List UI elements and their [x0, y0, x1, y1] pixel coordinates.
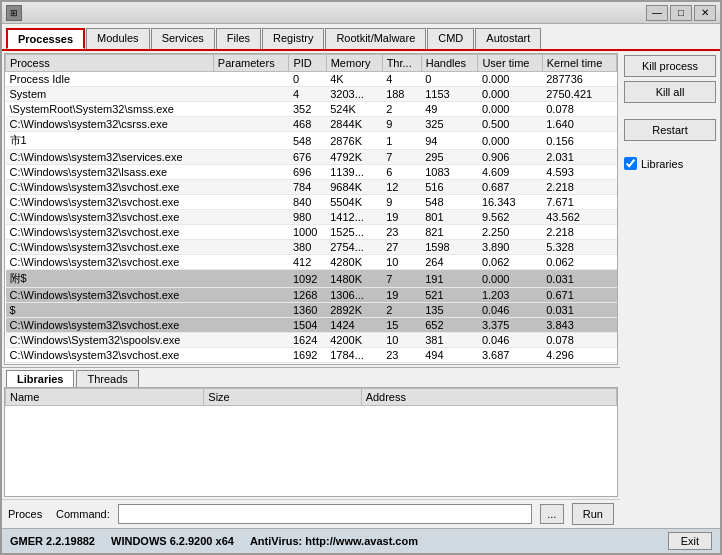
sub-tab-threads[interactable]: Threads: [76, 370, 138, 387]
left-panel: Process Parameters PID Memory Thr... Han…: [2, 51, 620, 528]
table-row[interactable]: C:\Windows\system32\csrss.exe4682844K932…: [6, 117, 617, 132]
table-row[interactable]: C:\Windows\system32\services.exe6764792K…: [6, 150, 617, 165]
close-button[interactable]: ✕: [694, 5, 716, 21]
col-pid[interactable]: PID: [289, 55, 326, 72]
restart-button[interactable]: Restart: [624, 119, 716, 141]
content-area: Process Parameters PID Memory Thr... Han…: [2, 51, 720, 528]
libraries-label: Libraries: [641, 158, 683, 170]
table-row[interactable]: \SystemRoot\System32\smss.exe352524K2490…: [6, 102, 617, 117]
app-icon: ⊞: [6, 5, 22, 21]
tab-autostart[interactable]: Autostart: [475, 28, 541, 49]
bottom-section: Libraries Threads Name Size Address: [2, 367, 620, 499]
col-kernel-time[interactable]: Kernel time: [542, 55, 616, 72]
col-handles[interactable]: Handles: [421, 55, 478, 72]
table-row[interactable]: C:\Windows\system32\svchost.exe3802754..…: [6, 240, 617, 255]
table-row[interactable]: 市15482876K1940.0000.156: [6, 132, 617, 150]
tab-files[interactable]: Files: [216, 28, 261, 49]
tab-processes[interactable]: Processes: [6, 28, 85, 49]
title-bar: ⊞ — □ ✕: [2, 2, 720, 24]
tab-rootkit[interactable]: Rootkit/Malware: [325, 28, 426, 49]
sub-tab-libraries[interactable]: Libraries: [6, 370, 74, 387]
col-parameters[interactable]: Parameters: [213, 55, 289, 72]
process-table: Process Parameters PID Memory Thr... Han…: [5, 54, 617, 364]
antivirus-label: AntiVirus: http://www.avast.com: [250, 535, 418, 547]
table-row[interactable]: C:\Windows\system32\lsass.exe6961139...6…: [6, 165, 617, 180]
table-row[interactable]: C:\Windows\system32\svchost.exe10001525.…: [6, 225, 617, 240]
table-row[interactable]: 附$10921480K71910.0000.031: [6, 270, 617, 288]
footer-left: GMER 2.2.19882 WINDOWS 6.2.9200 x64 Anti…: [10, 535, 418, 547]
col-memory[interactable]: Memory: [326, 55, 382, 72]
sub-col-size[interactable]: Size: [204, 389, 361, 406]
footer-bar: GMER 2.2.19882 WINDOWS 6.2.9200 x64 Anti…: [2, 528, 720, 553]
kill-process-button[interactable]: Kill process: [624, 55, 716, 77]
title-bar-left: ⊞: [6, 5, 22, 21]
status-bar: Proces Command: ... Run: [2, 499, 620, 528]
table-row[interactable]: C:\Windows\system32\svchost.exe7849684K1…: [6, 180, 617, 195]
table-row[interactable]: C:\Windows\System32\spoolsv.exe16244200K…: [6, 333, 617, 348]
table-row[interactable]: C:\Windows\system32\svchost.exe4124280K1…: [6, 255, 617, 270]
minimize-button[interactable]: —: [646, 5, 668, 21]
title-bar-controls: — □ ✕: [646, 5, 716, 21]
col-user-time[interactable]: User time: [478, 55, 542, 72]
kill-all-button[interactable]: Kill all: [624, 81, 716, 103]
sub-content: Name Size Address: [4, 387, 618, 497]
tab-cmd[interactable]: CMD: [427, 28, 474, 49]
process-table-scroll[interactable]: Process Parameters PID Memory Thr... Han…: [5, 54, 617, 364]
table-row[interactable]: System43203...18811530.0002750.421: [6, 87, 617, 102]
table-row[interactable]: Process Idle04K400.000287736: [6, 72, 617, 87]
tab-registry[interactable]: Registry: [262, 28, 324, 49]
col-thr[interactable]: Thr...: [382, 55, 421, 72]
main-window: ⊞ — □ ✕ Processes Modules Services Files…: [0, 0, 722, 555]
run-button[interactable]: Run: [572, 503, 614, 525]
browse-button[interactable]: ...: [540, 504, 564, 524]
libraries-row: Libraries: [624, 157, 716, 170]
process-table-container: Process Parameters PID Memory Thr... Han…: [4, 53, 618, 365]
libraries-checkbox[interactable]: [624, 157, 637, 170]
tab-modules[interactable]: Modules: [86, 28, 150, 49]
windows-version: WINDOWS 6.2.9200 x64: [111, 535, 234, 547]
command-label: Command:: [56, 508, 110, 520]
sub-tab-bar: Libraries Threads: [2, 368, 620, 387]
sub-col-name[interactable]: Name: [6, 389, 204, 406]
right-panel: Kill process Kill all Restart Libraries: [620, 51, 720, 528]
table-row[interactable]: C:\Windows\system32\svchost.exe12681306.…: [6, 288, 617, 303]
sub-table: Name Size Address: [5, 388, 617, 406]
table-row[interactable]: C:\Windows\system32\svchost.exe16921784.…: [6, 348, 617, 363]
table-row[interactable]: $13602892K21350.0460.031: [6, 303, 617, 318]
table-row[interactable]: C:\Windows\system32\svchost.exe8405504K9…: [6, 195, 617, 210]
col-process[interactable]: Process: [6, 55, 214, 72]
main-tab-bar: Processes Modules Services Files Registr…: [2, 24, 720, 51]
table-row[interactable]: C:\Windows\system32\svchost.exe9801412..…: [6, 210, 617, 225]
command-input[interactable]: [118, 504, 532, 524]
exit-button[interactable]: Exit: [668, 532, 712, 550]
proces-label: Proces: [8, 508, 48, 520]
gmer-version: GMER 2.2.19882: [10, 535, 95, 547]
table-row[interactable]: C:\Windows\system32\svchost.exe19641159.…: [6, 363, 617, 365]
table-row[interactable]: C:\Windows\system32\svchost.exe150414241…: [6, 318, 617, 333]
sub-col-address[interactable]: Address: [361, 389, 616, 406]
tab-services[interactable]: Services: [151, 28, 215, 49]
maximize-button[interactable]: □: [670, 5, 692, 21]
